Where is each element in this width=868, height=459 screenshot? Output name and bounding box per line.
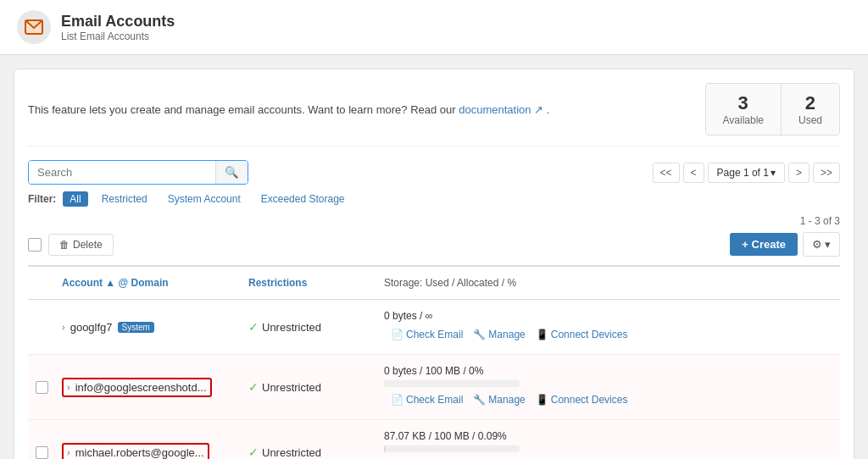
result-count: 1 - 3 of 3 [28, 215, 840, 227]
checkbox-2[interactable] [36, 381, 48, 394]
select-all-checkbox[interactable] [28, 238, 42, 252]
actions-cell-1: 📄 Check Email 🔧 Manage 📱 Connect Devices [384, 325, 833, 344]
wrench-icon-1: 🔧 [473, 329, 486, 340]
header-restrictions-col: Restrictions [242, 274, 377, 292]
used-stat: 2 Used [782, 84, 839, 135]
storage-text-3: 87.07 KB / 100 MB / 0.09% [384, 430, 833, 442]
header-account-col: Account ▲ @ Domain [55, 274, 242, 292]
search-icon: 🔍 [225, 166, 239, 179]
actions-cell-2: 📄 Check Email 🔧 Manage 📱 Connect Devices [384, 390, 833, 409]
last-page-button[interactable]: >> [813, 163, 840, 183]
table-row: › googlfg7 System ✓ Unrestricted 0 bytes… [28, 300, 840, 355]
check-icon-1: ✓ [248, 320, 259, 334]
expand-icon-1[interactable]: › [62, 322, 65, 332]
restriction-cell-2: ✓ Unrestricted [242, 377, 377, 397]
connect-devices-link-1[interactable]: 📱 Connect Devices [536, 329, 628, 340]
email-icon [17, 10, 51, 44]
toolbar-row: 🗑 Delete + Create ⚙ ▾ [28, 232, 840, 257]
next-page-button[interactable]: > [788, 163, 810, 183]
account-name-2: info@googlescreenshotd... [75, 381, 207, 394]
restriction-cell-1: ✓ Unrestricted [242, 317, 377, 337]
page-header: Email Accounts List Email Accounts [0, 0, 868, 55]
storage-cell-3: 87.07 KB / 100 MB / 0.09% 📄 Check Email … [377, 427, 840, 459]
account-name-1: googlfg7 [70, 321, 113, 334]
progress-fill-3 [384, 445, 386, 452]
used-count: 2 [798, 92, 822, 114]
filter-label: Filter: [28, 193, 56, 205]
table-row: › michael.roberts@google... ✓ Unrestrict… [28, 420, 840, 459]
progress-bar-3 [384, 445, 520, 452]
info-description: This feature lets you create and manage … [28, 103, 549, 116]
filter-system-account[interactable]: System Account [161, 191, 248, 207]
create-button[interactable]: + Create [730, 233, 798, 256]
device-icon-1: 📱 [536, 329, 548, 340]
account-cell-1: › googlfg7 System [55, 318, 242, 337]
table-row: › info@googlescreenshotd... ✓ Unrestrict… [28, 355, 840, 420]
check-email-link-2[interactable]: 📄 Check Email [391, 394, 463, 406]
search-area: 🔍 [28, 160, 248, 185]
used-label: Used [798, 114, 822, 126]
account-cell-3: › michael.roberts@google... [55, 440, 242, 460]
filter-restricted[interactable]: Restricted [95, 191, 154, 207]
restriction-value-2: Unrestricted [262, 381, 321, 394]
restriction-cell-3: ✓ Unrestricted [242, 442, 377, 459]
row-checkbox-2 [28, 381, 55, 394]
expand-icon-2[interactable]: › [67, 382, 70, 392]
pagination-row: << < Page 1 of 1 ▾ > >> [653, 163, 840, 183]
restriction-value-1: Unrestricted [262, 321, 321, 334]
header-storage-col: Storage: Used / Allocated / % [377, 274, 840, 292]
highlighted-account-2: › info@googlescreenshotd... [62, 378, 212, 397]
sort-icon: ▲ [105, 277, 118, 289]
highlighted-account-3: › michael.roberts@google... [62, 443, 209, 460]
check-email-icon-2: 📄 [391, 394, 403, 406]
gear-icon: ⚙ [812, 238, 822, 251]
actions-cell-3: 📄 Check Email 🔧 Manage 📱 Connect Devices [384, 456, 833, 459]
storage-text-2: 0 bytes / 100 MB / 0% [384, 365, 833, 377]
search-pagination-row: 🔍 << < Page 1 of 1 ▾ > >> [28, 160, 840, 185]
expand-icon-3[interactable]: › [67, 447, 70, 457]
info-row: This feature lets you create and manage … [28, 83, 840, 147]
account-cell-2: › info@googlescreenshotd... [55, 374, 242, 401]
check-email-icon-1: 📄 [391, 329, 403, 340]
table-header: Account ▲ @ Domain Restrictions Storage:… [28, 267, 840, 300]
page-title: Email Accounts [61, 13, 175, 30]
page-selector[interactable]: Page 1 of 1 ▾ [708, 163, 785, 183]
header-checkbox-col [28, 274, 55, 292]
system-badge-1: System [118, 322, 154, 333]
page-subtitle: List Email Accounts [61, 30, 175, 42]
available-stat: 3 Available [706, 84, 782, 135]
manage-link-2[interactable]: 🔧 Manage [473, 394, 525, 406]
filter-all[interactable]: All [63, 191, 87, 207]
stats-box: 3 Available 2 Used [705, 83, 841, 135]
chevron-down-icon: ▾ [825, 238, 831, 251]
check-email-link-1[interactable]: 📄 Check Email [391, 329, 463, 340]
toolbar-right: + Create ⚙ ▾ [730, 232, 840, 257]
docs-link[interactable]: documentation ↗ [459, 103, 547, 116]
delete-button[interactable]: 🗑 Delete [48, 234, 114, 256]
connect-devices-link-2[interactable]: 📱 Connect Devices [536, 394, 628, 406]
check-icon-2: ✓ [248, 380, 259, 394]
header-text: Email Accounts List Email Accounts [61, 13, 175, 42]
search-button[interactable]: 🔍 [215, 161, 248, 184]
search-input-wrap: 🔍 [28, 160, 248, 185]
prev-page-button[interactable]: < [683, 163, 704, 183]
storage-cell-2: 0 bytes / 100 MB / 0% 📄 Check Email 🔧 Ma… [377, 362, 840, 412]
chevron-down-icon: ▾ [771, 167, 776, 179]
manage-link-1[interactable]: 🔧 Manage [473, 329, 525, 340]
settings-button[interactable]: ⚙ ▾ [803, 232, 840, 257]
first-page-button[interactable]: << [653, 163, 680, 183]
filter-exceeded-storage[interactable]: Exceeded Storage [254, 191, 352, 207]
toolbar-left: 🗑 Delete [28, 234, 114, 256]
progress-bar-2 [384, 380, 520, 387]
filter-row: Filter: All Restricted System Account Ex… [28, 191, 840, 207]
checkbox-3[interactable] [36, 446, 48, 459]
restriction-value-3: Unrestricted [262, 446, 321, 459]
search-input[interactable] [29, 161, 215, 184]
email-table: Account ▲ @ Domain Restrictions Storage:… [28, 265, 840, 459]
storage-text-1: 0 bytes / ∞ [384, 310, 833, 322]
device-icon-2: 📱 [536, 394, 548, 406]
main-panel: This feature lets you create and manage … [14, 69, 854, 459]
trash-icon: 🗑 [59, 239, 70, 251]
wrench-icon-2: 🔧 [473, 394, 486, 406]
available-count: 3 [723, 92, 764, 114]
